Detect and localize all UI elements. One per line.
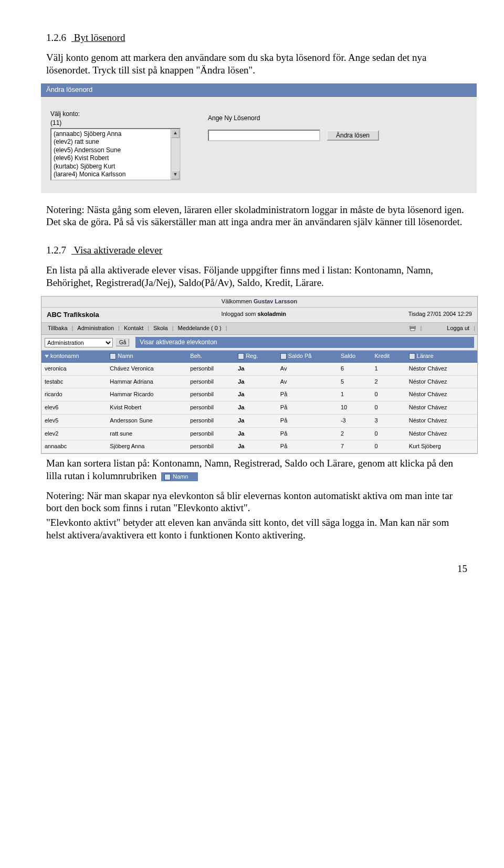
column-header: Saldo (338, 351, 371, 362)
table-cell: Ja (235, 440, 277, 453)
table-row: elev2ratt sunepersonbilJaPå20Néstor Cháv… (41, 427, 477, 440)
listbox-option[interactable]: (elev2) ratt sune (54, 138, 180, 146)
table-cell: Ja (235, 401, 277, 415)
page-number: 15 (46, 563, 467, 575)
table-cell: Néstor Chávez (406, 414, 477, 427)
section-number: 1.2.6 (46, 31, 66, 44)
view-caption: Visar aktiverade elevkonton (135, 337, 474, 348)
body-text: Notering: Nästa gång som eleven, läraren… (46, 204, 467, 229)
nav-item[interactable]: Meddelande ( 0 ) (173, 323, 225, 334)
table-row: ricardoHammar RicardopersonbilJaPå10Nést… (41, 388, 477, 401)
table-cell: 3 (371, 414, 405, 427)
go-button[interactable]: Gå (116, 338, 129, 346)
table-cell: elev6 (41, 401, 107, 415)
body-text: Välj konto genom att markera den använda… (46, 51, 467, 77)
table-cell: -3 (338, 414, 371, 427)
sort-box-icon[interactable] (110, 353, 116, 359)
sort-box-icon[interactable] (238, 353, 244, 359)
table-cell: 5 (338, 375, 371, 388)
panel-title: Ändra lösenord (41, 83, 477, 97)
table-cell: På (277, 440, 338, 453)
column-header[interactable]: Namn (107, 351, 187, 362)
scrollbar[interactable]: ▲ ▼ (171, 129, 180, 179)
section-title: Visa aktiverade elever (74, 245, 162, 256)
brand-name: ABC Trafikskola (47, 311, 99, 319)
students-table: kontonamnNamnBeh.Reg.Saldo PåSaldoKredit… (41, 351, 477, 453)
table-cell: elev5 (41, 414, 107, 427)
table-cell: Av (277, 362, 338, 375)
table-cell: Ja (235, 375, 277, 388)
table-cell: 10 (338, 401, 371, 415)
listbox-option[interactable]: (kurtabc) Sjöberg Kurt (54, 163, 180, 171)
section-number: 1.2.7 (46, 244, 66, 257)
table-cell: elev2 (41, 427, 107, 440)
table-cell: personbil (187, 414, 235, 427)
nav-item[interactable]: Kontakt (120, 323, 148, 334)
account-count: (11) (50, 119, 187, 127)
nav-item[interactable]: Administration (73, 323, 118, 334)
new-password-label: Ange Ny Lösenord (208, 114, 260, 122)
print-icon[interactable] (405, 323, 420, 334)
table-cell: ratt sune (107, 427, 187, 440)
table-cell: personbil (187, 375, 235, 388)
nav-item[interactable]: Skola (149, 323, 172, 334)
body-text: En lista på alla aktiverade elever visas… (46, 264, 467, 289)
table-cell: På (277, 388, 338, 401)
column-header[interactable]: Lärare (406, 351, 477, 362)
column-header: Kredit (371, 351, 405, 362)
table-cell: 2 (338, 427, 371, 440)
welcome-username: Gustav Larsson (254, 298, 297, 304)
table-cell: Ja (235, 427, 277, 440)
listbox-option[interactable]: (larare4) Monica Karlsson (54, 171, 180, 179)
table-cell: 0 (371, 388, 405, 401)
sort-chevron-icon[interactable] (45, 355, 49, 358)
table-cell: annaabc (41, 440, 107, 453)
choose-account-label: Välj konto: (50, 110, 187, 118)
table-cell: Hammar Ricardo (107, 388, 187, 401)
table-cell: Ja (235, 362, 277, 375)
welcome-bar: Välkommen Gustav Larsson (41, 297, 477, 308)
column-header[interactable]: Saldo På (277, 351, 338, 362)
new-password-input[interactable] (208, 130, 320, 141)
datetime: Tisdag 27/01 2004 12:29 (408, 311, 472, 319)
table-cell: Ja (235, 388, 277, 401)
change-password-button[interactable]: Ändra lösen (327, 130, 379, 141)
table-row: elev6Kvist RobertpersonbilJaPå100Néstor … (41, 401, 477, 415)
table-cell: På (277, 427, 338, 440)
table-row: testabcHammar AdrianapersonbilJaAv52Nést… (41, 375, 477, 388)
scroll-down-icon[interactable]: ▼ (171, 171, 180, 179)
listbox-option[interactable]: (elev5) Andersson Sune (54, 146, 180, 155)
table-cell: Chávez Veronica (107, 362, 187, 375)
body-text: Man kan sortera listan på: Kontonamn, Na… (46, 457, 467, 482)
table-row: elev5Andersson SunepersonbilJaPå-33Nésto… (41, 414, 477, 427)
column-header: Beh. (187, 351, 235, 362)
nav-item[interactable]: Tillbaka (44, 323, 72, 334)
table-cell: personbil (187, 388, 235, 401)
table-cell: ricardo (41, 388, 107, 401)
column-header[interactable]: Reg. (235, 351, 277, 362)
nav-dropdown[interactable]: Administration (45, 338, 113, 347)
table-cell: testabc (41, 375, 107, 388)
section-heading: 1.2.7 Visa aktiverade elever (46, 244, 467, 257)
listbox-option[interactable]: (elev6) Kvist Robert (54, 154, 180, 163)
sort-box-icon[interactable] (164, 474, 171, 480)
nav-logout[interactable]: Logga ut (443, 323, 474, 334)
table-cell: Néstor Chávez (406, 388, 477, 401)
table-cell: personbil (187, 440, 235, 453)
scroll-up-icon[interactable]: ▲ (171, 129, 180, 138)
table-cell: Sjöberg Anna (107, 440, 187, 453)
sort-box-icon[interactable] (409, 353, 415, 359)
column-header-chip[interactable]: Namn (161, 472, 197, 482)
table-cell: Kvist Robert (107, 401, 187, 415)
table-cell: På (277, 401, 338, 415)
svg-rect-2 (411, 329, 415, 331)
sort-box-icon[interactable] (280, 353, 287, 359)
table-cell: Hammar Adriana (107, 375, 187, 388)
column-header[interactable]: kontonamn (41, 351, 107, 362)
screenshot-change-password: Ändra lösenord Välj konto: (11) (annaabc… (41, 83, 477, 193)
account-listbox[interactable]: (annaabc) Sjöberg Anna(elev2) ratt sune(… (50, 128, 181, 181)
listbox-option[interactable]: (annaabc) Sjöberg Anna (54, 130, 180, 139)
table-cell: Ja (235, 414, 277, 427)
table-cell: personbil (187, 427, 235, 440)
table-cell: Kurt Sjöberg (406, 440, 477, 453)
